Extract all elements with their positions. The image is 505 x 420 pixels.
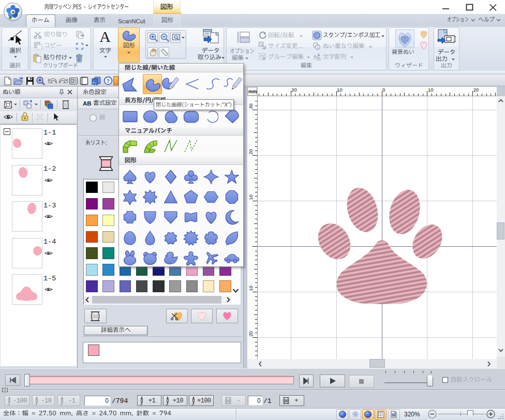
svg-text:A: A: [99, 28, 111, 44]
svg-text:BC: BC: [317, 57, 321, 61]
svg-text:?: ?: [107, 78, 110, 84]
